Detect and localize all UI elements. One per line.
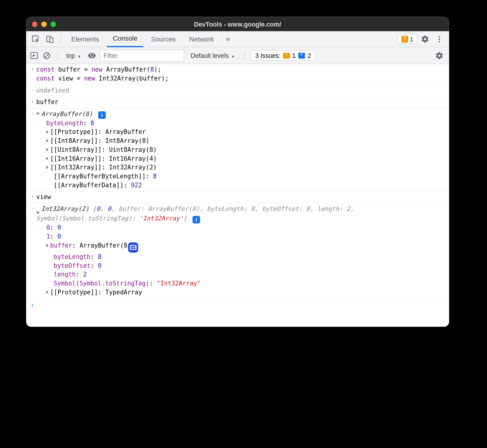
property-row[interactable]: [[Int32Array]]: Int32Array(2): [36, 163, 446, 172]
tab-sources[interactable]: Sources: [145, 31, 182, 47]
issues-label: 3 Issues:: [255, 52, 280, 59]
property-row[interactable]: length: 2: [36, 270, 446, 279]
minimize-window-button[interactable]: [41, 21, 47, 27]
window-title: DevTools - www.google.com/: [26, 21, 449, 28]
clear-console-icon[interactable]: [42, 51, 51, 60]
code-line: buffer: [36, 98, 449, 107]
console-settings-icon[interactable]: [433, 49, 446, 62]
console-input-row[interactable]: › const buffer = new ArrayBuffer(8); con…: [26, 64, 449, 85]
console-output-row: ‹ Int32Array(2) [0, 0, buffer: ArrayBuff…: [26, 203, 449, 298]
live-expression-icon[interactable]: [87, 51, 96, 60]
svg-point-5: [439, 41, 440, 42]
disclosure-triangle-icon[interactable]: [46, 244, 48, 247]
warning-count: 1: [410, 35, 413, 42]
output-chevron-icon: ‹: [29, 205, 36, 213]
property-row[interactable]: [[Int8Array]]: Int8Array(8): [36, 137, 446, 146]
memory-inspector-icon[interactable]: [128, 242, 138, 253]
tab-elements[interactable]: Elements: [65, 31, 105, 47]
disclosure-triangle-icon[interactable]: [46, 166, 48, 169]
console-input-row[interactable]: › view: [26, 191, 449, 203]
object-expansion: Int32Array(2) [0, 0, buffer: ArrayBuffer…: [36, 205, 449, 297]
property-row[interactable]: buffer: ArrayBuffer(8: [36, 241, 446, 253]
device-toggle-icon[interactable]: [44, 33, 56, 45]
property-row[interactable]: [[ArrayBufferByteLength]]: 8: [36, 172, 446, 181]
maximize-window-button[interactable]: [51, 21, 56, 27]
disclosure-triangle-icon[interactable]: [46, 139, 48, 143]
issues-warn-count: 1: [292, 52, 296, 59]
disclosure-triangle-icon[interactable]: [36, 212, 40, 214]
svg-point-11: [196, 218, 197, 219]
input-chevron-icon: ›: [29, 193, 36, 201]
property-row[interactable]: Symbol(Symbol.toStringTag): "Int32Array": [36, 279, 446, 288]
prompt-chevron-icon: ›: [29, 301, 36, 310]
output-chevron-icon: ‹: [29, 110, 36, 118]
console-input-row[interactable]: › buffer: [26, 97, 449, 109]
traffic-lights: [32, 21, 56, 27]
levels-label: Default levels: [191, 52, 229, 59]
console-prompt[interactable]: ›: [26, 298, 449, 327]
execution-context-selector[interactable]: top: [63, 52, 84, 59]
svg-rect-12: [196, 219, 197, 221]
property-row[interactable]: byteLength: 8: [36, 119, 446, 128]
divider: [244, 51, 244, 60]
property-row[interactable]: [[Uint8Array]]: Uint8Array(8): [36, 146, 446, 155]
dropdown-icon: [77, 52, 81, 59]
close-window-button[interactable]: [32, 21, 37, 27]
svg-line-8: [45, 53, 49, 58]
issues-badge[interactable]: 3 Issues: 1 2: [251, 50, 316, 61]
console-output-row: ‹ undefined: [26, 85, 449, 97]
info-icon: [298, 52, 305, 58]
property-row[interactable]: 0: 0: [36, 223, 446, 232]
tab-console[interactable]: Console: [107, 31, 144, 47]
warnings-badge[interactable]: 1: [398, 34, 417, 44]
titlebar: DevTools - www.google.com/: [26, 17, 449, 31]
input-chevron-icon: ›: [29, 65, 36, 73]
disclosure-triangle-icon[interactable]: [46, 157, 48, 160]
console-toolbar: top Default levels 3 Issues: 1 2: [26, 47, 449, 64]
issues-info-count: 2: [308, 52, 311, 59]
disclosure-triangle-icon[interactable]: [46, 130, 48, 134]
svg-point-4: [439, 38, 440, 40]
main-toolbar: Elements Console Sources Network 1: [26, 31, 449, 47]
object-header[interactable]: ArrayBuffer(8): [36, 110, 446, 119]
context-label: top: [66, 52, 75, 59]
info-icon[interactable]: [98, 111, 106, 119]
info-icon[interactable]: [193, 216, 200, 223]
property-row[interactable]: byteLength: 8: [36, 253, 446, 262]
devtools-window: DevTools - www.google.com/ Elements Cons…: [26, 17, 449, 327]
svg-rect-2: [50, 38, 53, 43]
undefined-value: undefined: [36, 86, 449, 95]
toggle-sidebar-icon[interactable]: [30, 51, 39, 60]
svg-point-9: [101, 113, 102, 114]
svg-rect-10: [102, 115, 103, 117]
more-menu-icon[interactable]: [433, 33, 446, 45]
prompt-input[interactable]: [36, 301, 449, 310]
property-row[interactable]: [[Int16Array]]: Int16Array(4): [36, 155, 446, 163]
tab-network[interactable]: Network: [183, 31, 220, 47]
filter-input[interactable]: [100, 50, 184, 61]
dropdown-icon: [230, 52, 235, 59]
property-row[interactable]: 1: 0: [36, 232, 446, 241]
console-body: › const buffer = new ArrayBuffer(8); con…: [26, 64, 449, 327]
code-line: const buffer = new ArrayBuffer(8); const…: [36, 65, 449, 83]
input-chevron-icon: ›: [29, 98, 36, 106]
property-row[interactable]: [[Prototype]]: ArrayBuffer: [36, 128, 446, 137]
property-row[interactable]: [[ArrayBufferData]]: 922: [36, 181, 446, 190]
console-output-row: ‹ ArrayBuffer(8) byteLength: 8 [[Prototy…: [26, 108, 449, 191]
warning-icon: [401, 35, 408, 42]
settings-icon[interactable]: [419, 33, 431, 45]
disclosure-triangle-icon[interactable]: [46, 291, 48, 294]
log-levels-selector[interactable]: Default levels: [187, 52, 238, 59]
disclosure-triangle-icon[interactable]: [36, 112, 40, 115]
output-chevron-icon: ‹: [29, 86, 36, 94]
object-header[interactable]: Int32Array(2) [0, 0, buffer: ArrayBuffer…: [36, 205, 446, 224]
code-line: view: [36, 193, 449, 202]
divider: [61, 34, 61, 44]
inspect-icon[interactable]: [30, 33, 42, 45]
disclosure-triangle-icon[interactable]: [46, 148, 48, 151]
svg-point-3: [439, 36, 440, 37]
warning-icon: [283, 52, 290, 58]
tabs-overflow-icon[interactable]: [221, 33, 234, 45]
property-row[interactable]: byteOffset: 0: [36, 262, 446, 271]
property-row[interactable]: [[Prototype]]: TypedArray: [36, 288, 446, 297]
